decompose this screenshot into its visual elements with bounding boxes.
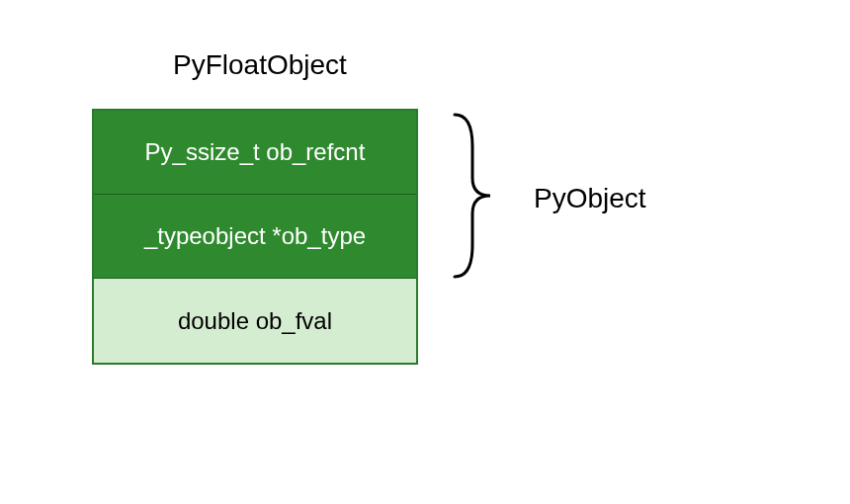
field-ob-refcnt: Py_ssize_t ob_refcnt <box>94 111 416 195</box>
field-ob-type: _typeobject *ob_type <box>94 195 416 279</box>
field-label: _typeobject *ob_type <box>144 222 366 250</box>
struct-box: Py_ssize_t ob_refcnt _typeobject *ob_typ… <box>92 109 418 365</box>
curly-brace-icon <box>435 107 524 285</box>
field-ob-fval: double ob_fval <box>94 279 416 363</box>
field-label: Py_ssize_t ob_refcnt <box>145 138 366 166</box>
struct-title: PyFloatObject <box>173 49 347 81</box>
field-label: double ob_fval <box>178 307 332 335</box>
pyobject-annotation: PyObject <box>534 183 646 214</box>
